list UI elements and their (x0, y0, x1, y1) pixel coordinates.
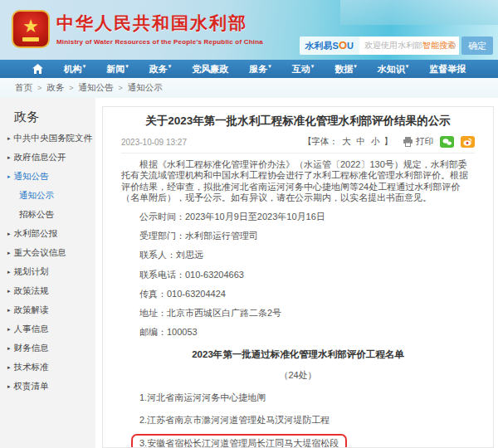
nav-item-news[interactable]: 新闻▾ (106, 63, 129, 75)
nav-item-label: 机构 (64, 64, 82, 74)
nav-item-party[interactable]: 党风廉政 (192, 63, 228, 75)
info-line-phone: 联系电话：010-63204663 (121, 270, 475, 280)
sidebar-item-label: 技术标准 (14, 362, 49, 372)
breadcrumb-notices[interactable]: 通知公告 (79, 82, 114, 94)
nav-item-orgs[interactable]: 机构▾ (64, 63, 86, 75)
search-logo-text: 水利易S (305, 41, 339, 51)
sidebar-item-label: 政府信息公开 (14, 152, 66, 162)
sidebar-item-central-docs[interactable]: ▸中共中央国务院文件 (7, 133, 95, 144)
breadcrumb-gov[interactable]: 政务 (46, 82, 64, 94)
article-date: 2023-10-09 13:27 (121, 138, 187, 147)
search-logo: 水利易SOU (300, 37, 359, 55)
sidebar-item-laws[interactable]: ▸政策法规 (7, 285, 95, 297)
sidebar-item-responsibility-list[interactable]: ▸权责清单 (7, 381, 95, 392)
sidebar-item-label: 水利部公报 (14, 228, 58, 238)
sidebar-item-tech-standards[interactable]: ▸技术标准 (7, 362, 95, 373)
project-list-count: （24处） (121, 369, 475, 382)
chevron-down-icon: ▾ (83, 63, 86, 69)
voice-search-icon[interactable] (449, 42, 456, 49)
print-label: 打印 (416, 136, 433, 148)
nav-item-data[interactable]: 数据▾ (334, 63, 357, 75)
article-title: 关于2023年第一批水利工程标准化管理水利部评价结果的公示 (121, 114, 475, 129)
font-size-medium-button[interactable]: 中 (357, 136, 366, 148)
site-subtitle: Ministry of Water Resources of the Peopl… (56, 38, 263, 46)
sidebar-item-policy-interpretation[interactable]: ▸政策解读 (7, 304, 95, 316)
nav-item-label: 党风廉政 (192, 64, 228, 74)
triangle-bullet-icon: ▸ (7, 288, 11, 294)
triangle-bullet-icon: ▸ (7, 269, 11, 275)
sidebar-item-major-meetings[interactable]: ▸重大会议信息 (7, 247, 95, 259)
site-header: ★ 中华人民共和国水利部 Ministry of Water Resources… (0, 0, 498, 60)
breadcrumb-current: 通知公示 (128, 82, 163, 94)
nav-item-interact[interactable]: 互动▾ (292, 63, 315, 75)
sidebar-title: 政务 (14, 110, 95, 125)
chevron-down-icon: ▾ (354, 63, 357, 69)
list-row: 2.江苏省南京市滁河河道管理处马汊河堤防工程 (121, 411, 475, 426)
sidebar-item-label: 政策解读 (14, 304, 49, 314)
triangle-bullet-icon: ▸ (7, 250, 11, 256)
search-logo-text-end: U (347, 41, 354, 51)
list-row: 1.河北省南运河河务中心捷地闸 (121, 389, 475, 404)
weibo-share-icon[interactable] (461, 136, 475, 148)
search-confirm-button[interactable]: 确定 (461, 37, 493, 55)
breadcrumb: 首页 > 政务 > 通知公告 > 通知公示 (0, 78, 498, 98)
nav-item-service[interactable]: 服务▾ (249, 63, 271, 75)
sidebar-item-plans[interactable]: ▸规划计划 (7, 266, 95, 278)
article-paragraph: 根据《水利工程标准化管理评价办法》（水运管〔2022〕130号）规定，水利部委托… (121, 159, 475, 203)
triangle-bullet-icon: ▸ (7, 231, 11, 236)
wechat-share-icon[interactable] (440, 136, 454, 148)
search-input[interactable] (359, 37, 459, 55)
list-row: 3.安徽省宿松长江河道管理局长江同马大堤宿松段 (121, 434, 475, 448)
breadcrumb-home[interactable]: 首页 (15, 82, 32, 94)
breadcrumb-separator: > (37, 84, 42, 92)
sidebar-item-label: 通知公告 (14, 171, 49, 181)
nav-item-gov[interactable]: 政务▾ (149, 63, 172, 75)
sidebar-item-label: 权责清单 (14, 381, 49, 391)
nav-item-label: 新闻 (106, 64, 124, 74)
printer-icon (403, 137, 413, 147)
sidebar-item-info-disclosure[interactable]: ▸政府信息公开 (7, 152, 95, 163)
font-size-small-button[interactable]: 小 (371, 136, 380, 148)
triangle-bullet-icon: ▸ (7, 364, 11, 370)
info-line-fax: 传真：010-63204424 (121, 289, 475, 299)
triangle-bullet-icon: ▸ (7, 345, 11, 351)
triangle-bullet-icon: ▸ (7, 135, 11, 141)
print-button[interactable]: 打印 (403, 136, 433, 148)
nav-home[interactable] (32, 64, 43, 74)
nav-item-label: 政务 (149, 64, 168, 74)
font-size-label: 【字体： (303, 136, 338, 148)
search-bar: 水利易SOU 欢迎使用水利部智能搜索 确定 (300, 37, 493, 55)
info-line-address: 地址：北京市西城区白广路二条2号 (121, 308, 475, 319)
sidebar-item-personnel[interactable]: ▸人事信息 (7, 324, 95, 335)
chevron-down-icon: ▾ (268, 63, 271, 69)
info-line-zipcode: 邮编：100053 (121, 327, 475, 338)
national-emblem-logo: ★ (12, 10, 50, 48)
triangle-bullet-icon: ▸ (7, 307, 11, 313)
font-size-large-button[interactable]: 大 (342, 136, 351, 148)
nav-item-knowledge[interactable]: 水知识▾ (378, 63, 409, 75)
article-meta-row: 2023-10-09 13:27 【字体： 大 中 小 】 打印 (121, 136, 475, 148)
search-logo-o: O (339, 39, 347, 51)
home-icon (32, 64, 43, 74)
sidebar-item-finance[interactable]: ▸财务信息 (7, 343, 95, 354)
chevron-down-icon: ▾ (406, 63, 409, 69)
breadcrumb-separator: > (119, 84, 123, 92)
chevron-down-icon: ▾ (168, 63, 172, 69)
triangle-bullet-icon: ▸ (7, 326, 11, 332)
project-list-title: 2023年第一批通过标准化管理水利部评价工程名单 (121, 348, 475, 361)
info-line-period: 公示时间：2023年10月9日至2023年10月16日 (121, 212, 475, 222)
main-nav: 机构▾ 新闻▾ 政务▾ 党风廉政 服务▾ 互动▾ 数据▾ 水知识▾ 监督举报 (0, 60, 498, 78)
sidebar-subitem-public-notices[interactable]: 通知公示 (19, 190, 95, 202)
nav-item-label: 服务 (249, 64, 267, 74)
project-item-3-highlighted: 3.安徽省宿松长江河道管理局长江同马大堤宿松段 (131, 434, 347, 448)
sidebar-item-label: 规划计划 (14, 266, 49, 276)
sidebar-item-gazette[interactable]: ▸水利部公报 (7, 228, 95, 240)
sidebar-item-notices[interactable]: ▸通知公告 (7, 171, 95, 183)
star-icon: ★ (22, 17, 39, 36)
sidebar-subitem-bidding[interactable]: 招标公告 (19, 209, 95, 221)
sidebar-item-label: 重大会议信息 (14, 247, 66, 257)
divider (121, 153, 475, 153)
nav-item-label: 监督举报 (429, 64, 466, 74)
nav-item-report[interactable]: 监督举报 (429, 63, 466, 75)
chevron-down-icon: ▾ (311, 63, 315, 69)
